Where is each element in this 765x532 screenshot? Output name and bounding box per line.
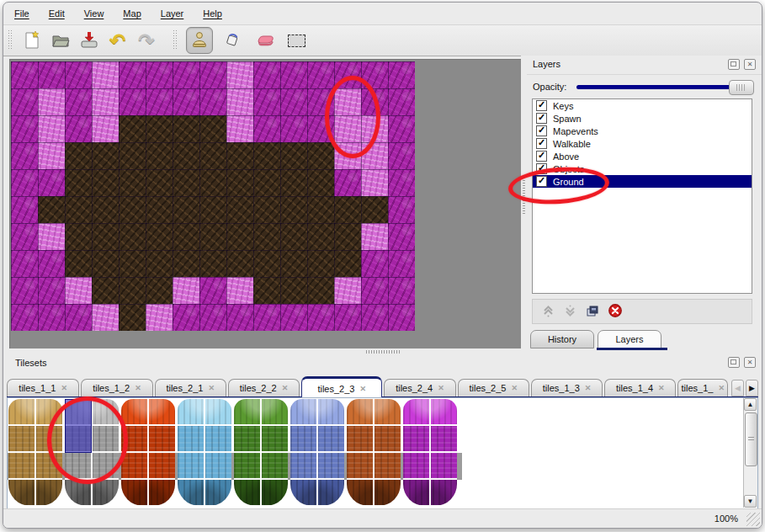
tileset-pillar-ice-blue[interactable] (178, 399, 231, 506)
menu-file[interactable]: File (14, 8, 29, 19)
map-tile[interactable] (92, 142, 119, 169)
map-tile[interactable] (199, 277, 226, 304)
map-tile[interactable] (388, 115, 415, 142)
map-tile[interactable] (226, 223, 253, 250)
map-tile[interactable] (307, 88, 334, 115)
map-tile[interactable] (173, 304, 199, 331)
map-tile[interactable] (11, 169, 38, 196)
stamp-tool-button[interactable] (186, 27, 213, 54)
layer-visibility-checkbox[interactable]: ✓ (536, 151, 547, 162)
map-tile[interactable] (119, 169, 146, 196)
tileset-tab-tiles_2_4[interactable]: tiles_2_4✕ (384, 379, 455, 396)
tileset-tab-tiles_2_3[interactable]: tiles_2_3✕ (301, 376, 382, 398)
map-tile[interactable] (38, 88, 65, 115)
map-tile[interactable] (146, 88, 173, 115)
map-tile[interactable] (307, 142, 334, 169)
map-tile[interactable] (361, 277, 388, 304)
map-tile[interactable] (307, 250, 334, 277)
close-tab-icon[interactable]: ✕ (585, 384, 592, 392)
map-tile[interactable] (146, 196, 173, 223)
map-tile[interactable] (119, 61, 146, 88)
map-tile[interactable] (280, 304, 307, 331)
map-tile[interactable] (38, 169, 65, 196)
map-tile[interactable] (65, 169, 92, 196)
menu-help[interactable]: Help (203, 8, 222, 19)
map-tile[interactable] (38, 304, 65, 331)
tab-layers[interactable]: Layers (598, 330, 661, 348)
map-tile[interactable] (119, 196, 146, 223)
map-tile[interactable] (361, 169, 388, 196)
map-tile[interactable] (388, 277, 415, 304)
map-tile[interactable] (65, 142, 92, 169)
redo-button[interactable]: ↷ (132, 28, 161, 53)
map-tile[interactable] (388, 196, 415, 223)
tileset-tab-tiles_1_4[interactable]: tiles_1_4✕ (604, 379, 676, 396)
map-tile[interactable] (226, 169, 253, 196)
map-tile[interactable] (38, 142, 65, 169)
map-tile[interactable] (146, 61, 173, 88)
map-tile[interactable] (199, 304, 226, 331)
tab-history[interactable]: History (530, 330, 594, 348)
scroll-down-arrow[interactable]: ▼ (744, 495, 757, 508)
map-tile[interactable] (199, 223, 226, 250)
map-tile[interactable] (173, 223, 199, 250)
float-panel-icon[interactable] (728, 357, 740, 368)
scroll-tabs-left-button[interactable]: ◀ (731, 380, 744, 396)
map-tile[interactable] (361, 115, 388, 142)
map-tile[interactable] (38, 61, 65, 88)
save-button[interactable] (75, 28, 104, 53)
map-tile[interactable] (253, 142, 280, 169)
map-tile[interactable] (11, 88, 38, 115)
map-tile[interactable] (226, 142, 253, 169)
map-tile[interactable] (361, 304, 388, 331)
tileset-pillar-rust[interactable] (347, 399, 401, 506)
map-tile[interactable] (173, 61, 199, 88)
map-tile[interactable] (92, 304, 119, 331)
map-tile[interactable] (307, 196, 334, 223)
map-tile[interactable] (253, 61, 280, 88)
map-tile[interactable] (361, 250, 388, 277)
fill-tool-button[interactable] (220, 28, 245, 53)
select-tool-button[interactable] (284, 28, 309, 53)
map-tile[interactable] (253, 169, 280, 196)
map-tile[interactable] (334, 61, 361, 88)
tileset-tab-tiles_2_2[interactable]: tiles_2_2✕ (228, 379, 300, 396)
tileset-pillar-gold[interactable] (8, 399, 62, 506)
map-tile[interactable] (361, 196, 388, 223)
map-tile[interactable] (307, 223, 334, 250)
map-tile[interactable] (199, 250, 226, 277)
menu-edit[interactable]: Edit (49, 8, 65, 19)
map-tile[interactable] (38, 115, 65, 142)
vertical-splitter[interactable] (521, 56, 527, 348)
layer-row-spawn[interactable]: ✓Spawn (533, 112, 752, 125)
map-tile[interactable] (92, 88, 119, 115)
map-canvas[interactable] (9, 59, 522, 349)
map-tile[interactable] (11, 223, 38, 250)
new-file-button[interactable] (18, 28, 46, 53)
scroll-up-arrow[interactable]: ▲ (744, 398, 757, 411)
map-tile[interactable] (92, 169, 119, 196)
map-tile[interactable] (119, 223, 146, 250)
map-tile[interactable] (11, 115, 38, 142)
map-tile[interactable] (334, 304, 361, 331)
map-tile[interactable] (146, 277, 173, 304)
tileset-pillar-orange-red[interactable] (121, 399, 175, 506)
close-tab-icon[interactable]: ✕ (359, 385, 366, 393)
map-tile[interactable] (173, 250, 199, 277)
close-tab-icon[interactable]: ✕ (135, 384, 141, 392)
map-tile[interactable] (173, 88, 199, 115)
map-tile[interactable] (173, 277, 199, 304)
layer-row-keys[interactable]: ✓Keys (533, 99, 752, 112)
map-tile[interactable] (307, 277, 334, 304)
map-tile[interactable] (65, 88, 92, 115)
map-tile[interactable] (307, 169, 334, 196)
scroll-tabs-right-button[interactable]: ▶ (746, 380, 758, 396)
map-tile[interactable] (307, 61, 334, 88)
tileset-view[interactable]: ▲ ▼ (7, 397, 758, 510)
tileset-selected-tiles[interactable] (65, 399, 92, 453)
map-tile[interactable] (38, 250, 65, 277)
layer-visibility-checkbox[interactable]: ✓ (536, 113, 547, 124)
map-tile[interactable] (65, 277, 92, 304)
map-tile[interactable] (361, 61, 388, 88)
map-tile[interactable] (119, 115, 146, 142)
